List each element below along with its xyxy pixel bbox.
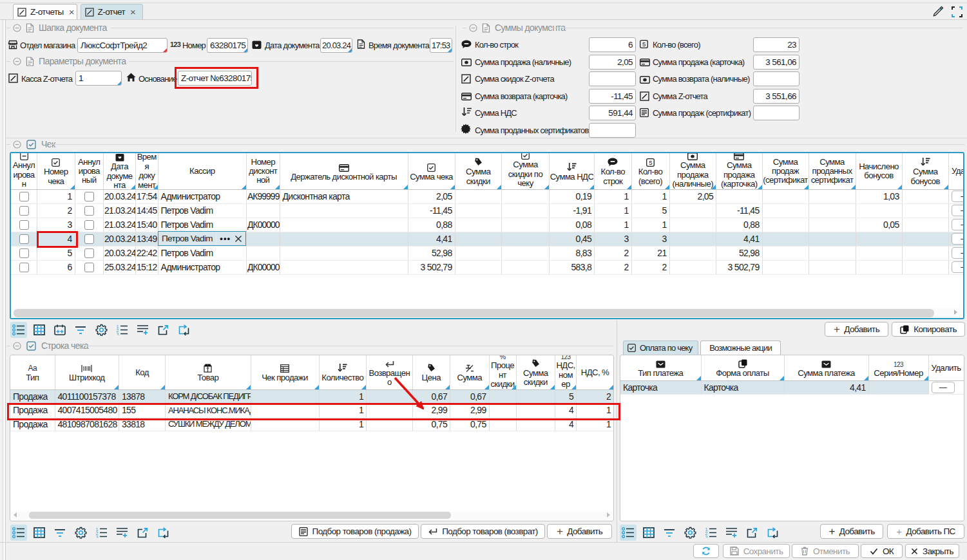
svg-text:5: 5: [649, 159, 652, 166]
svg-text:5: 5: [642, 41, 646, 48]
svg-text:3: 3: [116, 331, 119, 336]
svg-text:3: 3: [705, 534, 707, 539]
svg-text:3: 3: [95, 534, 98, 539]
